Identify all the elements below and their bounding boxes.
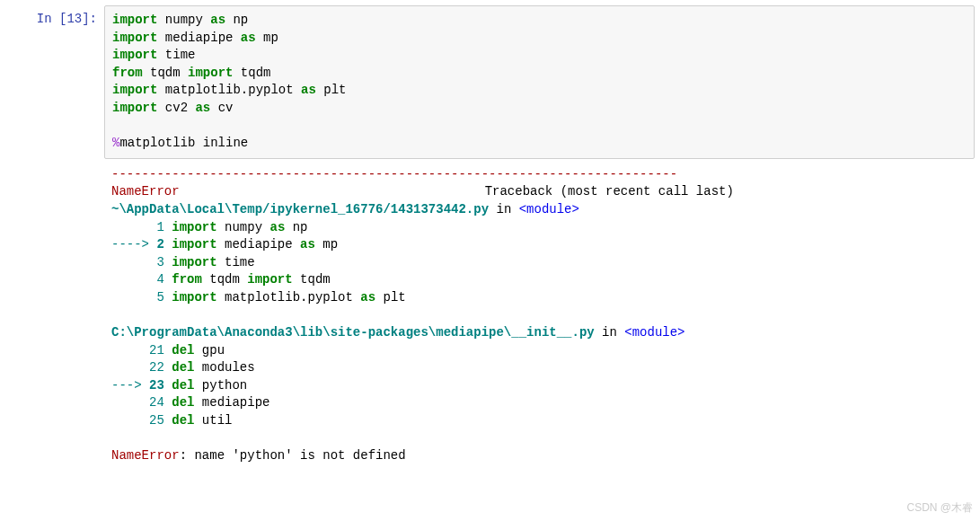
error-separator: ----------------------------------------… bbox=[111, 166, 975, 184]
tb-line: 25 del util bbox=[111, 412, 975, 430]
error-file-2: C:\ProgramData\Anaconda3\lib\site-packag… bbox=[111, 324, 975, 342]
output-cell: ----------------------------------------… bbox=[5, 159, 975, 472]
error-output: ----------------------------------------… bbox=[104, 159, 975, 472]
code-line-2: import mediapipe as mp bbox=[112, 30, 967, 48]
tb-line: 1 import numpy as np bbox=[111, 219, 975, 237]
error-file-1: ~\AppData\Local\Temp/ipykernel_16776/143… bbox=[111, 201, 975, 219]
code-input[interactable]: import numpy as np import mediapipe as m… bbox=[104, 5, 975, 159]
output-prompt bbox=[5, 159, 104, 164]
error-header: NameErrorTraceback (most recent call las… bbox=[111, 183, 975, 201]
tb-line: 4 from tqdm import tqdm bbox=[111, 271, 975, 289]
tb-line: 22 del modules bbox=[111, 359, 975, 377]
tb-line: 3 import time bbox=[111, 254, 975, 272]
tb-blank bbox=[111, 307, 975, 325]
error-final: NameError: name 'python' is not defined bbox=[111, 447, 975, 465]
code-line-6: import cv2 as cv bbox=[112, 100, 967, 118]
tb-line: 5 import matplotlib.pyplot as plt bbox=[111, 289, 975, 307]
input-prompt: In [13]: bbox=[5, 5, 104, 29]
code-line-1: import numpy as np bbox=[112, 12, 967, 30]
code-line-5: import matplotlib.pyplot as plt bbox=[112, 82, 967, 100]
code-line-magic: %matplotlib inline bbox=[112, 135, 967, 153]
tb-line: 21 del gpu bbox=[111, 342, 975, 360]
tb-blank bbox=[111, 430, 975, 448]
tb-line-arrow: ----> 2 import mediapipe as mp bbox=[111, 236, 975, 254]
code-line-blank bbox=[112, 118, 967, 136]
tb-line: 24 del mediapipe bbox=[111, 394, 975, 412]
code-line-3: import time bbox=[112, 47, 967, 65]
tb-line-arrow: ---> 23 del python bbox=[111, 377, 975, 395]
input-cell: In [13]: import numpy as np import media… bbox=[5, 5, 975, 159]
code-line-4: from tqdm import tqdm bbox=[112, 65, 967, 83]
